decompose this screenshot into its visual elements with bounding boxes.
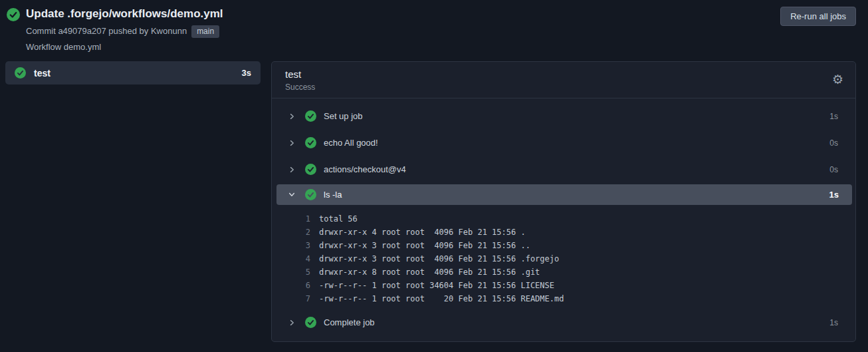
log-line-number: 3 [289,239,310,252]
steps-list: Set up job 1s echo All good! 0s [272,98,855,341]
sidebar-job-test[interactable]: test 3s [5,61,261,85]
run-title: Update .forgejo/workflows/demo.yml [26,7,223,22]
step-success-check-circle-icon [305,317,316,328]
job-detail-panel: test Success ⚙ Set up job 1s [271,61,856,342]
step-label: ls -la [324,190,342,200]
log-line: 2drwxr-xr-x 4 root root 4096 Feb 21 15:5… [289,226,842,239]
step-row-complete-job[interactable]: Complete job 1s [272,309,855,336]
log-line-number: 7 [289,292,310,305]
log-line-text: -rw-r--r-- 1 root root 34604 Feb 21 15:5… [319,279,554,292]
log-line-text: drwxr-xr-x 3 root root 4096 Feb 21 15:56… [319,252,559,265]
panel-job-status: Success [285,83,315,92]
step-success-check-circle-icon [305,137,316,148]
step-label: actions/checkout@v4 [324,164,406,174]
log-line-text: drwxr-xr-x 8 root root 4096 Feb 21 15:56… [319,265,540,279]
chevron-right-icon [288,139,296,147]
log-line: 5drwxr-xr-x 8 root root 4096 Feb 21 15:5… [289,265,842,279]
step-success-check-circle-icon [305,110,316,122]
step-success-check-circle-icon [305,189,316,200]
log-line-number: 4 [289,252,310,265]
step-row-set-up-job[interactable]: Set up job 1s [272,103,855,130]
log-line-number: 1 [289,212,310,226]
step-duration: 1s [829,318,838,327]
job-success-check-circle-icon [15,67,26,79]
log-line: 6-rw-r--r-- 1 root root 34604 Feb 21 15:… [289,279,842,292]
panel-job-title: test [285,68,315,81]
log-line: 3drwxr-xr-x 3 root root 4096 Feb 21 15:5… [289,239,842,252]
step-duration: 0s [829,138,838,148]
log-line-number: 2 [289,226,310,239]
log-line: 7-rw-r--r-- 1 root root 20 Feb 21 15:56 … [289,292,842,305]
step-row-echo-all-good[interactable]: echo All good! 0s [272,130,855,156]
step-log-output: 1total 56 2drwxr-xr-x 4 root root 4096 F… [272,206,855,309]
chevron-right-icon [288,112,296,120]
workflow-line: Workflow demo.yml [26,41,223,54]
branch-badge[interactable]: main [191,25,219,38]
commit-line: Commit a49079a207 pushed by Kwonunn main [26,25,223,38]
log-line: 1total 56 [289,212,842,226]
log-line-number: 5 [289,265,310,279]
log-line-text: drwxr-xr-x 4 root root 4096 Feb 21 15:56… [319,226,526,239]
log-line-number: 6 [289,279,310,292]
step-row-actions-checkout[interactable]: actions/checkout@v4 0s [272,156,855,183]
job-duration: 3s [242,68,251,78]
step-label: Complete job [324,317,375,327]
jobs-sidebar: test 3s [5,61,261,85]
job-name: test [34,68,51,79]
step-duration: 1s [829,112,838,121]
step-duration: 1s [829,190,839,200]
log-line: 4drwxr-xr-x 3 root root 4096 Feb 21 15:5… [289,252,842,265]
log-line-text: total 56 [319,212,358,226]
step-row-ls-la[interactable]: ls -la 1s [276,184,852,205]
chevron-right-icon [288,166,296,174]
step-duration: 0s [829,165,838,174]
chevron-down-icon [288,190,296,198]
chevron-right-icon [288,319,296,327]
step-label: echo All good! [324,138,378,148]
commit-text: Commit a49079a207 pushed by Kwonunn [26,25,187,38]
rerun-all-jobs-button[interactable]: Re-run all jobs [780,7,856,26]
step-label: Set up job [324,111,363,121]
run-header: Update .forgejo/workflows/demo.yml Commi… [0,0,868,58]
job-panel-header: test Success ⚙ [272,62,855,98]
log-line-text: drwxr-xr-x 3 root root 4096 Feb 21 15:56… [319,239,530,252]
log-line-text: -rw-r--r-- 1 root root 20 Feb 21 15:56 R… [319,292,564,305]
step-success-check-circle-icon [305,164,316,175]
success-check-circle-icon [7,8,20,54]
gear-icon[interactable]: ⚙ [832,73,843,86]
